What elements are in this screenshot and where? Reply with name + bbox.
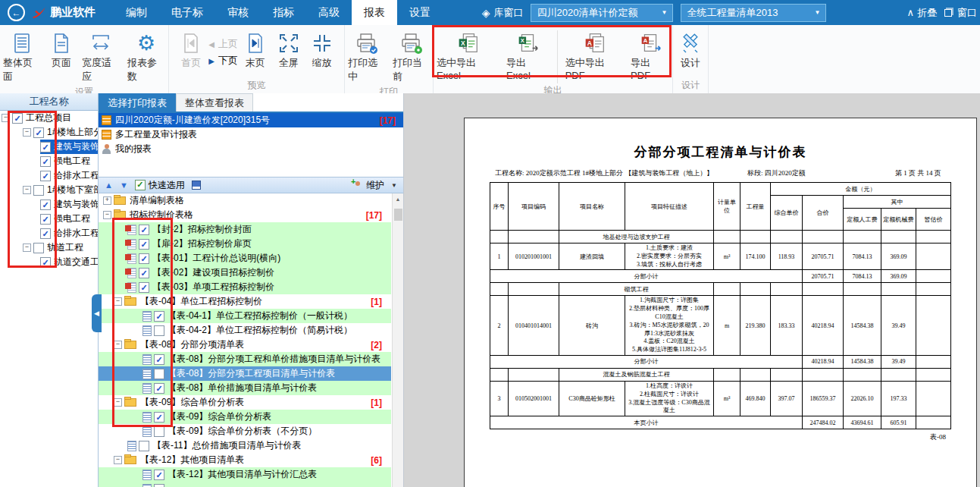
project-tree-item[interactable]: −✓1#楼地上部分 xyxy=(0,125,98,140)
panel-collapse-handle[interactable]: ◀ xyxy=(92,294,102,332)
report-checkbox[interactable]: ✓ xyxy=(154,383,164,394)
list-dropdown[interactable]: 全统工程量清单2013 ▼ xyxy=(681,4,826,22)
report-tree-item[interactable]: ✓【表-08】单价措施项目清单与计价表 xyxy=(99,381,391,395)
menu-item-3[interactable]: 审核 xyxy=(215,0,261,25)
project-node[interactable]: ✓给排水工程 xyxy=(40,168,98,183)
tab-select-print-report[interactable]: 选择打印报表 xyxy=(99,93,176,112)
back-button[interactable]: ← xyxy=(8,4,25,21)
tree-toggle-icon[interactable]: − xyxy=(114,297,122,306)
tree-toggle-icon[interactable]: − xyxy=(23,186,31,194)
print-current-button[interactable]: 打印当前 xyxy=(390,29,433,85)
design-button[interactable]: 设计 xyxy=(675,29,706,71)
report-checkbox[interactable]: ✓ xyxy=(154,311,164,322)
project-checkbox[interactable]: ✓ xyxy=(40,171,51,181)
menu-item-2[interactable]: 电子标 xyxy=(159,0,215,25)
report-tree-item[interactable]: 【表-11】总价措施项目清单与计价表 xyxy=(99,438,391,453)
zoom-button[interactable]: 缩放 xyxy=(306,29,338,71)
tree-toggle-icon[interactable]: − xyxy=(23,244,31,252)
report-tree-item[interactable]: ✓【表-09】综合单价分析表 xyxy=(99,410,391,424)
report-checkbox[interactable]: ✓ xyxy=(139,239,149,250)
first-page-button[interactable]: 首页 xyxy=(175,29,207,71)
scroll-up-icon[interactable]: ▲ xyxy=(393,193,403,205)
save-scheme-icon[interactable] xyxy=(192,181,201,190)
gear-button[interactable]: ⚙报表参数 xyxy=(124,29,168,85)
menu-item-4[interactable]: 指标 xyxy=(261,0,306,25)
project-checkbox[interactable]: ✓ xyxy=(40,200,51,210)
menu-item-6[interactable]: 报表 xyxy=(352,0,397,25)
report-folder-item[interactable]: −招标控制价表格[17] xyxy=(99,208,391,222)
window-button[interactable]: 窗口 xyxy=(944,6,977,20)
report-folder-item[interactable]: −【表-12】其他项目清单表[6] xyxy=(99,453,391,467)
project-checkbox[interactable]: ✓ xyxy=(40,214,51,225)
report-tree-item[interactable]: 【表-04-2】单位工程招标控制价（简易计税） xyxy=(99,323,391,338)
report-checkbox[interactable]: ✓ xyxy=(154,412,164,423)
project-checkbox[interactable]: ✓ xyxy=(12,113,23,124)
project-tree-item[interactable]: ✓强电工程 xyxy=(0,154,98,168)
excel-selected-button[interactable]: X选中导出Excel xyxy=(434,29,502,83)
menu-item-7[interactable]: 设置 xyxy=(397,0,443,25)
report-checkbox[interactable] xyxy=(154,369,164,379)
report-tree-item[interactable]: ✓【表-08】分部分项工程和单价措施项目清单与计价表 xyxy=(99,352,391,366)
report-tree-item[interactable]: ✓【封-2】招标控制价封面 xyxy=(99,222,391,237)
project-checkbox[interactable]: ✓ xyxy=(40,228,51,239)
report-checkbox[interactable]: ✓ xyxy=(154,484,164,487)
project-tree-item[interactable]: ✓建筑与装饰 xyxy=(0,140,98,154)
tree-toggle-icon[interactable]: − xyxy=(114,341,122,349)
tree-toggle-icon[interactable]: − xyxy=(23,128,31,137)
fullscreen-button[interactable]: 全屏 xyxy=(273,29,305,71)
pdf-button[interactable]: A导出PDF xyxy=(628,29,672,83)
menu-item-1[interactable]: 编制 xyxy=(114,0,159,25)
project-node[interactable]: 轨道工程 xyxy=(33,240,98,255)
project-tree-item[interactable]: ✓给排水工程 xyxy=(0,168,98,183)
tree-toggle-icon[interactable]: − xyxy=(2,114,10,122)
collapse-ribbon-button[interactable]: ∧ 折叠 xyxy=(906,6,937,20)
menu-item-5[interactable]: 高级 xyxy=(306,0,352,25)
project-tree-item[interactable]: −✓工程总项目 xyxy=(0,111,98,125)
project-tree-item[interactable]: ✓建筑与装饰 xyxy=(0,197,98,212)
report-checkbox[interactable] xyxy=(139,441,149,451)
prev-page-button[interactable]: ◀上页 xyxy=(208,37,238,51)
report-group-item[interactable]: 多工程量及审计报表 xyxy=(99,127,403,142)
quick-select-button[interactable]: ✓ 快速选用 xyxy=(135,179,185,192)
last-page-button[interactable]: 末页 xyxy=(240,29,271,71)
whole-page-button[interactable]: 整体页面 xyxy=(0,29,44,85)
report-checkbox[interactable] xyxy=(154,426,164,437)
print-selected-button[interactable]: 打印选中 xyxy=(345,29,388,85)
project-node[interactable]: ✓强电工程 xyxy=(40,212,98,226)
quota-dropdown[interactable]: 四川2020清单计价定额 ▼ xyxy=(531,4,673,22)
report-folder-item[interactable]: +清单编制表格 xyxy=(99,193,391,208)
report-group-item[interactable]: 四川2020定额-川建造价发[2020]315号[17] xyxy=(99,113,403,127)
pdf-selected-button[interactable]: A选中导出PDF xyxy=(562,29,626,83)
report-checkbox[interactable]: ✓ xyxy=(139,268,149,278)
report-checkbox[interactable]: ✓ xyxy=(139,282,149,293)
move-down-icon[interactable]: ▼ xyxy=(120,181,128,190)
project-node[interactable]: ✓工程总项目 xyxy=(12,111,98,125)
report-folder-item[interactable]: −【表-08】分部分项清单表[2] xyxy=(99,338,391,352)
project-checkbox[interactable]: ✓ xyxy=(40,142,51,152)
project-node[interactable]: ✓强电工程 xyxy=(40,154,98,168)
report-folder-item[interactable]: −【表-04】单位工程招标控制价[1] xyxy=(99,294,391,309)
fit-width-button[interactable]: 宽度适应 xyxy=(79,29,123,85)
project-tree-item[interactable]: ✓轨道交通工程 xyxy=(0,255,98,269)
project-checkbox[interactable]: ✓ xyxy=(40,257,51,268)
page-button[interactable]: 页面 xyxy=(45,29,77,71)
project-node[interactable]: 1#楼地下室部分 xyxy=(33,183,98,197)
report-tree-item[interactable]: ✓【表-02】建设项目招标控制价 xyxy=(99,265,391,280)
report-tree-scrollbar[interactable]: ▲ xyxy=(392,193,403,487)
report-checkbox[interactable]: ✓ xyxy=(154,470,164,480)
tab-view-whole-report[interactable]: 整体查看报表 xyxy=(176,93,253,112)
report-checkbox[interactable]: ✓ xyxy=(154,354,164,365)
report-checkbox[interactable] xyxy=(154,325,164,336)
project-tree-item[interactable]: ✓给排水工程 xyxy=(0,226,98,240)
project-checkbox[interactable] xyxy=(33,243,44,253)
project-node[interactable]: ✓1#楼地上部分 xyxy=(33,125,98,140)
excel-button[interactable]: X导出Excel xyxy=(503,29,553,83)
project-checkbox[interactable]: ✓ xyxy=(40,156,51,167)
report-tree-item[interactable]: ✓【表-12】其他项目清单与计价汇总表 xyxy=(99,467,391,482)
tree-toggle-icon[interactable]: + xyxy=(103,196,111,205)
report-tree-item[interactable]: ✓【表-03】单项工程招标控制价 xyxy=(99,280,391,294)
report-tree-item[interactable]: ✓【表-01】工程计价总说明(横向) xyxy=(99,251,391,265)
report-tree-item[interactable]: 【表-09】综合单价分析表（不分页） xyxy=(99,424,391,438)
project-tree-item[interactable]: −1#楼地下室部分 xyxy=(0,183,98,197)
tree-toggle-icon[interactable]: − xyxy=(114,456,122,464)
